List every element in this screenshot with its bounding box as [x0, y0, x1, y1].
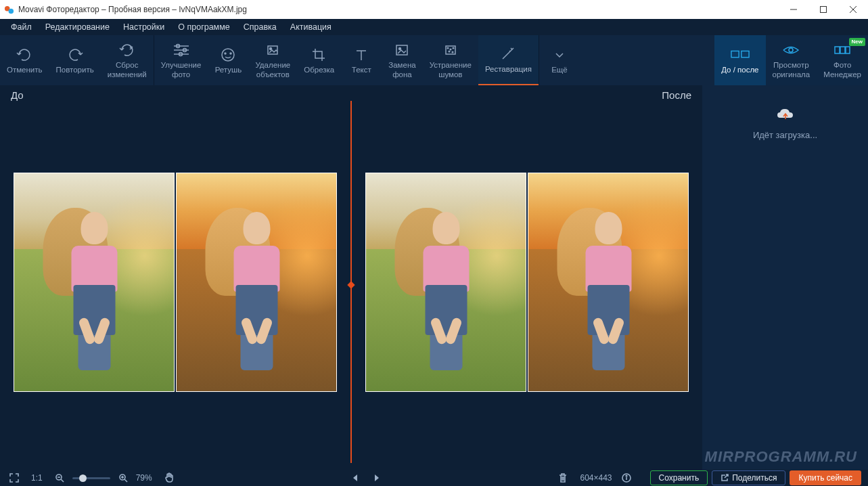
- background-button[interactable]: Замена фона: [382, 35, 422, 85]
- loading-icon: [775, 106, 796, 123]
- svg-point-22: [453, 47, 454, 49]
- text-icon: [352, 46, 371, 64]
- svg-point-13: [225, 53, 226, 54]
- fullscreen-button[interactable]: [7, 470, 22, 485]
- zoom-out-button[interactable]: [52, 470, 67, 485]
- redo-button[interactable]: Повторить: [49, 35, 101, 85]
- reset-button[interactable]: Сброс изменений: [101, 35, 154, 85]
- svg-point-16: [270, 47, 272, 49]
- wand-icon: [499, 45, 518, 63]
- undo-button[interactable]: Отменить: [0, 35, 49, 85]
- before-label: До: [11, 89, 24, 101]
- restore-button[interactable]: Реставрация: [478, 35, 539, 85]
- before-panel[interactable]: [0, 101, 350, 463]
- zoom-control: 79%: [52, 470, 152, 485]
- window-title: Movavi Фоторедактор – Пробная версия – I…: [18, 5, 247, 14]
- menu-about[interactable]: О программе: [171, 20, 236, 34]
- pan-button[interactable]: [162, 470, 177, 485]
- svg-rect-3: [821, 7, 827, 13]
- window-minimize-button[interactable]: [779, 0, 808, 19]
- svg-point-18: [399, 47, 401, 49]
- loading-text: Идёт загрузка...: [753, 130, 817, 140]
- share-button[interactable]: Поделиться: [712, 470, 785, 485]
- zoom-slider[interactable]: [72, 477, 110, 479]
- compare-button[interactable]: До / после: [714, 35, 765, 85]
- zoom-in-button[interactable]: [116, 470, 131, 485]
- delete-button[interactable]: [555, 470, 570, 485]
- prev-button[interactable]: [348, 470, 363, 485]
- svg-rect-30: [846, 47, 850, 53]
- svg-line-32: [61, 479, 64, 482]
- window-titlebar: Movavi Фоторедактор – Пробная версия – I…: [0, 0, 868, 19]
- redo-icon: [66, 46, 85, 64]
- svg-point-21: [450, 49, 451, 50]
- view-original-button[interactable]: Просмотр оригинала: [766, 35, 817, 85]
- svg-point-20: [447, 47, 449, 49]
- compare-icon: [731, 46, 750, 64]
- buy-button[interactable]: Купить сейчас: [790, 470, 861, 485]
- window-close-button[interactable]: [838, 0, 868, 19]
- svg-point-24: [452, 51, 453, 53]
- side-panel: Идёт загрузка...: [702, 85, 868, 470]
- next-button[interactable]: [369, 470, 384, 485]
- canvas-area: До После: [0, 85, 702, 470]
- info-button[interactable]: [619, 470, 634, 485]
- photo-after-right: [528, 173, 689, 392]
- svg-rect-28: [835, 47, 840, 53]
- chevron-down-icon: [550, 46, 569, 64]
- noise-icon: [441, 41, 460, 59]
- menu-settings[interactable]: Настройки: [116, 20, 171, 34]
- svg-point-14: [230, 53, 231, 54]
- svg-line-35: [124, 479, 127, 482]
- main-area: До После Идёт загрузка...: [0, 85, 868, 470]
- window-maximize-button[interactable]: [808, 0, 838, 19]
- photo-before-left: [14, 173, 175, 392]
- dimensions-label: 604×443: [580, 473, 612, 483]
- photo-after-left: [365, 173, 526, 392]
- toolbar: Отменить Повторить Сброс изменений Улучш…: [0, 35, 868, 85]
- save-button[interactable]: Сохранить: [650, 470, 708, 485]
- compare-divider[interactable]: [350, 101, 352, 463]
- eye-icon: [781, 41, 800, 59]
- svg-point-27: [789, 48, 793, 52]
- after-label: После: [662, 89, 691, 101]
- after-panel[interactable]: [352, 101, 702, 463]
- photo-manager-button[interactable]: New Фото Менеджер: [817, 35, 868, 85]
- undo-icon: [15, 46, 34, 64]
- remove-objects-button[interactable]: Удаление объектов: [248, 35, 297, 85]
- svg-point-12: [222, 49, 234, 61]
- bottombar: 1:1 79% 604×443 Сохранить Поделиться Куп…: [0, 470, 868, 486]
- menubar: Файл Редактирование Настройки О программ…: [0, 19, 868, 35]
- new-badge: New: [849, 38, 865, 46]
- ratio-label[interactable]: 1:1: [31, 473, 43, 483]
- app-logo-icon: [4, 5, 14, 15]
- more-button[interactable]: Ещё: [539, 35, 580, 85]
- background-icon: [392, 41, 411, 59]
- menu-help[interactable]: Справка: [237, 20, 283, 34]
- reset-icon: [118, 41, 137, 59]
- face-icon: [219, 46, 237, 64]
- svg-rect-26: [741, 51, 749, 57]
- crop-icon: [310, 46, 329, 64]
- svg-point-23: [449, 51, 450, 52]
- text-button[interactable]: Текст: [341, 35, 382, 85]
- enhance-button[interactable]: Улучшение фото: [154, 35, 208, 85]
- eraser-icon: [263, 41, 282, 59]
- svg-point-1: [9, 8, 14, 14]
- retouch-button[interactable]: Ретушь: [208, 35, 248, 85]
- photo-before-right: [176, 173, 337, 392]
- zoom-value: 79%: [136, 473, 152, 483]
- menu-file[interactable]: Файл: [4, 20, 39, 34]
- menu-activation[interactable]: Активация: [283, 20, 338, 34]
- menu-edit[interactable]: Редактирование: [39, 20, 116, 34]
- svg-rect-29: [840, 47, 845, 53]
- sliders-icon: [172, 41, 191, 59]
- svg-point-40: [626, 475, 627, 477]
- svg-rect-25: [731, 51, 739, 57]
- crop-button[interactable]: Обрезка: [297, 35, 341, 85]
- noise-button[interactable]: Устранение шумов: [423, 35, 478, 85]
